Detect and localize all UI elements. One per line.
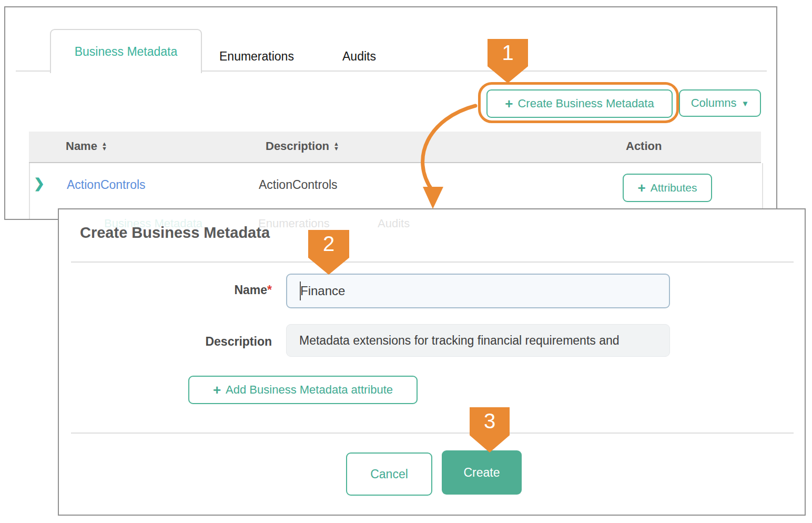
tab-business-metadata-label: Business Metadata [75, 45, 178, 59]
column-header-action: Action [626, 139, 662, 153]
step-1-number: 1 [502, 41, 513, 65]
description-input-value: Metadata extensions for tracking financi… [299, 334, 620, 348]
columns-button[interactable]: Columns ▼ [679, 89, 761, 117]
modal-title: Create Business Metadata [80, 224, 270, 242]
sort-desc-icon: ▼ [102, 146, 107, 151]
tab-audits[interactable]: Audits [342, 49, 376, 64]
row-expand-chevron-icon[interactable]: ❯ [34, 176, 45, 191]
step-2-number: 2 [323, 232, 334, 256]
column-header-action-label: Action [626, 139, 662, 153]
ghost-tab-audits: Audits [378, 217, 410, 230]
sort-icon[interactable]: ▲ ▼ [102, 142, 107, 151]
row-description: ActionControls [259, 178, 338, 192]
plus-icon: + [213, 384, 221, 396]
create-button[interactable]: Create [442, 450, 522, 495]
create-business-metadata-modal: Business Metadata Enumerations Audits Cr… [58, 208, 806, 516]
name-label-text: Name [234, 283, 267, 297]
caret-down-icon: ▼ [741, 99, 749, 108]
name-field-label: Name* [154, 283, 272, 297]
tab-enumerations-label: Enumerations [219, 49, 294, 63]
tab-audits-label: Audits [342, 49, 376, 63]
name-input-value: Finance [300, 284, 345, 298]
plus-icon: + [638, 182, 646, 194]
column-header-description-label: Description [266, 139, 329, 153]
step-3-number: 3 [484, 409, 495, 433]
add-attributes-button[interactable]: + Attributes [623, 174, 712, 202]
tab-enumerations[interactable]: Enumerations [219, 49, 294, 64]
sort-icon[interactable]: ▲ ▼ [333, 142, 339, 151]
required-asterisk: * [267, 283, 272, 297]
plus-icon: + [505, 98, 513, 109]
create-button-label: Create [463, 466, 500, 480]
add-business-metadata-attribute-button[interactable]: + Add Business Metadata attribute [188, 376, 418, 404]
create-business-metadata-button-label: Create Business Metadata [517, 97, 654, 110]
modal-divider-top [71, 262, 794, 263]
modal-divider-bottom [71, 433, 794, 434]
columns-button-label: Columns [691, 96, 737, 110]
column-header-name-label: Name [66, 139, 97, 153]
add-attributes-button-label: Attributes [651, 182, 697, 194]
description-input[interactable]: Metadata extensions for tracking financi… [286, 324, 670, 357]
row-name-link[interactable]: ActionControls [67, 178, 146, 192]
cancel-button[interactable]: Cancel [346, 452, 432, 496]
add-business-metadata-attribute-button-label: Add Business Metadata attribute [226, 383, 393, 397]
name-input[interactable]: Finance [286, 274, 670, 308]
cancel-button-label: Cancel [370, 467, 408, 481]
column-header-name[interactable]: Name ▲ ▼ [66, 139, 107, 153]
description-field-label: Description [154, 335, 272, 349]
column-header-description[interactable]: Description ▲ ▼ [266, 139, 339, 153]
create-business-metadata-button[interactable]: + Create Business Metadata [486, 89, 673, 118]
tab-business-metadata[interactable]: Business Metadata [50, 29, 202, 73]
table-header-row: Name ▲ ▼ Description ▲ ▼ Action [29, 132, 761, 163]
metadata-admin-window: Business Metadata Enumerations Audits + … [4, 6, 777, 220]
sort-desc-icon: ▼ [333, 146, 339, 151]
